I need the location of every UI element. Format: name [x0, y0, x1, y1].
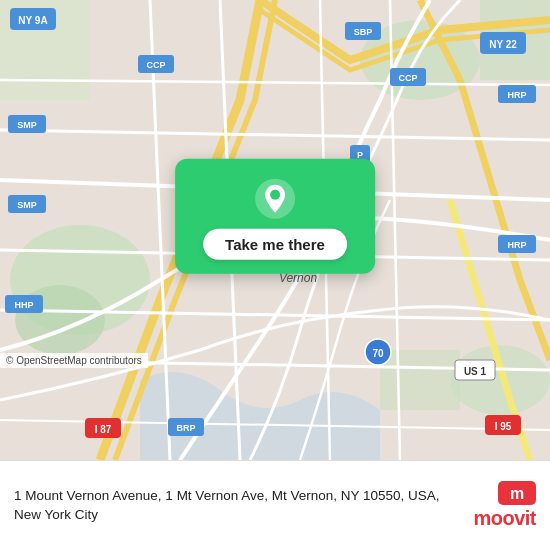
- navigation-card: Take me there: [175, 159, 375, 274]
- svg-text:SMP: SMP: [17, 120, 37, 130]
- svg-text:CCP: CCP: [146, 60, 165, 70]
- moovit-m-icon: m: [498, 481, 536, 505]
- moovit-logo: m moovit: [473, 481, 536, 530]
- svg-text:NY 9A: NY 9A: [18, 15, 47, 26]
- svg-text:US 1: US 1: [464, 366, 487, 377]
- bottom-info-bar: 1 Mount Vernon Avenue, 1 Mt Vernon Ave, …: [0, 460, 550, 550]
- map-attribution: © OpenStreetMap contributors: [0, 353, 148, 368]
- svg-text:I 95: I 95: [495, 421, 512, 432]
- svg-text:CCP: CCP: [398, 73, 417, 83]
- svg-rect-7: [380, 350, 460, 410]
- svg-text:I 87: I 87: [95, 424, 112, 435]
- svg-text:HHP: HHP: [14, 300, 33, 310]
- svg-text:HRP: HRP: [507, 90, 526, 100]
- svg-text:SMP: SMP: [17, 200, 37, 210]
- svg-text:70: 70: [372, 348, 384, 359]
- location-pin-icon: [253, 177, 297, 221]
- attribution-text: © OpenStreetMap contributors: [6, 355, 142, 366]
- take-me-there-button[interactable]: Take me there: [203, 229, 347, 260]
- svg-text:NY 22: NY 22: [489, 39, 517, 50]
- svg-text:m: m: [510, 485, 524, 502]
- svg-text:SBP: SBP: [354, 27, 373, 37]
- map-container: NY 9A SMP SMP CCP CCP SBP NY 22 HRP HRP …: [0, 0, 550, 460]
- svg-text:BRP: BRP: [176, 423, 195, 433]
- address-label: 1 Mount Vernon Avenue, 1 Mt Vernon Ave, …: [14, 487, 463, 525]
- moovit-brand-text: moovit: [473, 507, 536, 530]
- svg-point-53: [270, 190, 280, 200]
- svg-text:HRP: HRP: [507, 240, 526, 250]
